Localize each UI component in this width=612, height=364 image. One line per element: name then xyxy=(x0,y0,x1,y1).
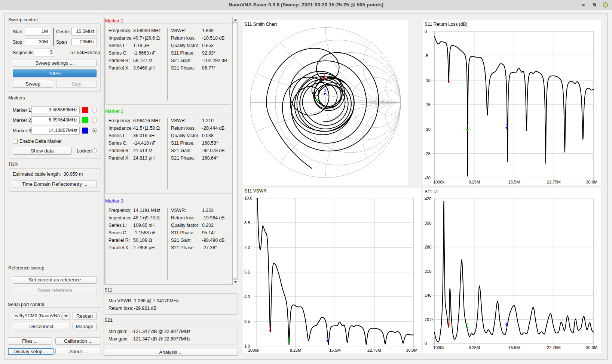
svg-text:S11 VSWR: S11 VSWR xyxy=(244,188,267,194)
svg-text:15.5M: 15.5M xyxy=(508,180,520,184)
svg-text:8.5: 8.5 xyxy=(244,220,250,225)
svg-text:-15: -15 xyxy=(425,102,431,107)
svg-text:30.0M: 30.0M xyxy=(586,345,597,350)
svg-text:1: 1 xyxy=(448,77,450,81)
svg-text:0: 0 xyxy=(425,341,427,346)
svg-text:5.5: 5.5 xyxy=(244,270,250,274)
svg-text:1000k: 1000k xyxy=(433,345,444,350)
svg-text:3: 3 xyxy=(505,123,508,127)
svg-text:S11 Return Loss (dB): S11 Return Loss (dB) xyxy=(425,22,468,27)
svg-text:420: 420 xyxy=(425,197,431,201)
svg-text:280: 280 xyxy=(425,245,431,249)
svg-text:30.0M: 30.0M xyxy=(586,180,597,184)
svg-text:3: 3 xyxy=(324,89,326,93)
svg-text:-30: -30 xyxy=(425,176,431,180)
svg-text:2: 2 xyxy=(288,336,290,340)
svg-text:-10: -10 xyxy=(425,78,431,83)
svg-text:4.0: 4.0 xyxy=(244,294,250,299)
svg-text:S11 Smith Chart: S11 Smith Chart xyxy=(244,22,277,27)
svg-text:3: 3 xyxy=(327,336,329,340)
svg-text:1: 1 xyxy=(269,326,272,330)
svg-text:2.5: 2.5 xyxy=(244,319,250,324)
svg-text:1000k: 1000k xyxy=(433,180,444,184)
svg-text:-25: -25 xyxy=(425,151,431,156)
svg-text:10.0: 10.0 xyxy=(244,196,252,200)
svg-text:7.0: 7.0 xyxy=(244,245,250,250)
svg-text:2: 2 xyxy=(466,323,469,327)
svg-text:1000k: 1000k xyxy=(248,348,259,352)
svg-text:140: 140 xyxy=(425,293,431,297)
svg-text:8.25M: 8.25M xyxy=(290,348,302,352)
svg-text:S11 |Z|: S11 |Z| xyxy=(425,189,438,194)
svg-text:1: 1 xyxy=(448,320,450,324)
svg-text:15.5M: 15.5M xyxy=(508,345,520,350)
svg-text:8.25M: 8.25M xyxy=(469,345,480,350)
svg-text:0: 0 xyxy=(425,29,427,34)
svg-text:-20: -20 xyxy=(425,127,431,132)
svg-text:70.0: 70.0 xyxy=(425,317,432,322)
svg-text:22.75M: 22.75M xyxy=(367,348,381,352)
svg-text:30.0M: 30.0M xyxy=(406,348,417,352)
svg-text:22.75M: 22.75M xyxy=(547,345,561,350)
svg-text:8.25M: 8.25M xyxy=(469,180,480,184)
svg-text:22.75M: 22.75M xyxy=(547,180,561,184)
svg-text:210: 210 xyxy=(425,269,431,274)
svg-text:15.5M: 15.5M xyxy=(329,348,341,352)
svg-text:2: 2 xyxy=(318,95,320,99)
svg-text:3: 3 xyxy=(505,320,508,324)
svg-text:350: 350 xyxy=(425,221,431,225)
svg-text:2: 2 xyxy=(466,125,469,129)
svg-text:-5: -5 xyxy=(425,53,428,58)
svg-text:1: 1 xyxy=(323,74,325,78)
